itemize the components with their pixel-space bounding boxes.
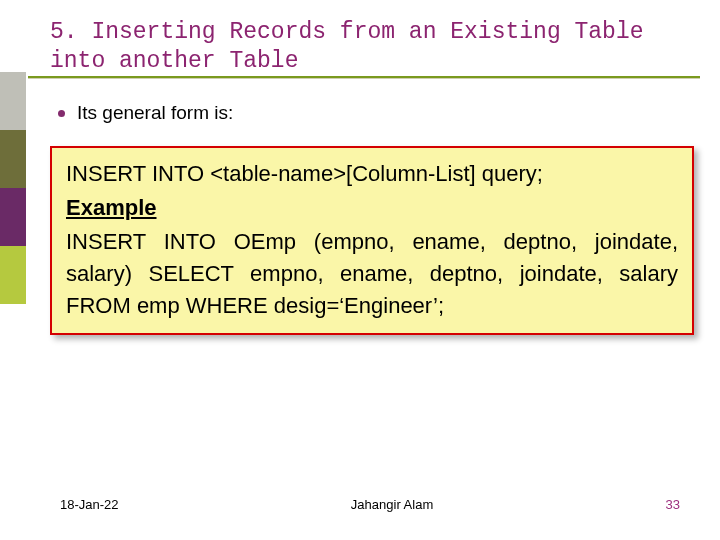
slide: 5. Inserting Records from an Existing Ta… bbox=[0, 0, 720, 540]
footer-page: 33 bbox=[666, 497, 680, 512]
code-box: INSERT INTO <table-name>[Column-List] qu… bbox=[50, 146, 694, 335]
code-syntax: INSERT INTO <table-name>[Column-List] qu… bbox=[66, 158, 678, 190]
bullet-line: Its general form is: bbox=[58, 102, 690, 124]
footer-date: 18-Jan-22 bbox=[60, 497, 119, 512]
example-label: Example bbox=[66, 192, 157, 224]
bullet-icon bbox=[58, 110, 65, 117]
slide-title: 5. Inserting Records from an Existing Ta… bbox=[50, 18, 696, 76]
example-body: INSERT INTO OEmp (empno, ename, deptno, … bbox=[66, 226, 678, 322]
rail-block-olive bbox=[0, 130, 26, 188]
rail-block-green bbox=[0, 246, 26, 304]
rail-block-purple bbox=[0, 188, 26, 246]
title-underline bbox=[28, 76, 700, 79]
bullet-text: Its general form is: bbox=[77, 102, 233, 123]
left-accent-rail bbox=[0, 72, 26, 422]
footer: 18-Jan-22 Jahangir Alam 33 bbox=[60, 497, 680, 512]
rail-block-grey bbox=[0, 72, 26, 130]
footer-author: Jahangir Alam bbox=[351, 497, 433, 512]
